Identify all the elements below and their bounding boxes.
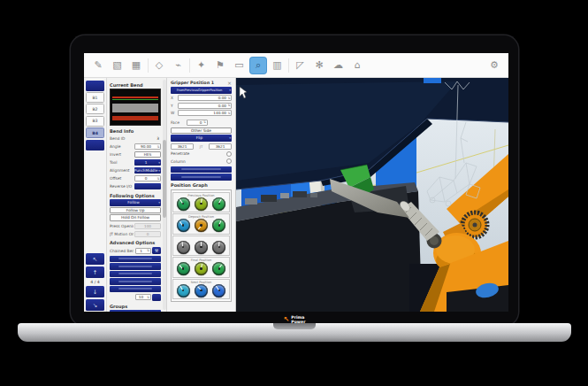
chained-bends-label: Chained Bends	[110, 249, 134, 253]
beam-gap	[424, 78, 441, 83]
next-bend-button[interactable]: ↓	[86, 286, 104, 297]
gripper-action-button-2[interactable]	[171, 174, 232, 181]
pen-icon[interactable]: ✎	[90, 58, 106, 73]
bend-panel: Current Bend Bend Info Bend ID 3 Angle 9…	[107, 78, 167, 312]
invert-button[interactable]: HES	[134, 151, 161, 158]
jt-right-field[interactable]: 3621	[209, 143, 232, 150]
gripper-source-select[interactable]: FromPreviousGripperPosition	[171, 87, 232, 94]
die-marker	[112, 104, 159, 112]
advanced-action-button-1[interactable]	[110, 256, 161, 263]
gripper-position-panel: Gripper Position 1 × FromPreviousGripper…	[167, 78, 236, 312]
advanced-spinner-button[interactable]	[152, 294, 161, 301]
app-window: ✎ ▧ ▦ ◇ ⌁ ✦ ⚑ ▭ ⌕ ▥ ◸ ✻ ☁ ⌂ ⚙	[84, 53, 508, 312]
laptop-shadow	[49, 341, 540, 355]
gauge	[195, 262, 208, 275]
advanced-spinner[interactable]: 10	[135, 294, 151, 300]
home-icon[interactable]: ⌂	[349, 58, 365, 73]
content-area: B1 B2 B3 B4 ↖ ↑ 4 / 4 ↓ ↘ Current Bend	[84, 78, 508, 312]
bend-info-title: Bend Info	[110, 128, 161, 134]
film-icon[interactable]: ▥	[270, 58, 286, 73]
position-graph: Previous Position Deposit Position	[171, 189, 232, 303]
gauge	[195, 197, 208, 211]
chained-bends-spinner[interactable]: 1	[135, 248, 151, 254]
toolbar-separator	[148, 58, 149, 73]
field-label: Press Opening	[110, 224, 134, 228]
field-label: Bend ID	[110, 136, 134, 141]
axis-y-spinner[interactable]: 0.00	[178, 103, 233, 109]
cone-icon[interactable]: ◸	[293, 58, 309, 73]
die-base-marker	[112, 116, 159, 120]
screw-icon[interactable]: ⌁	[171, 58, 187, 73]
laptop-base-notch	[273, 323, 316, 329]
bend-strip-bottom-button[interactable]	[86, 140, 104, 151]
field-label: Angle	[110, 144, 134, 149]
previous-bend-button[interactable]: ↑	[86, 266, 104, 278]
viewport-3d[interactable]	[236, 78, 508, 312]
stage: ✎ ▧ ▦ ◇ ⌁ ✦ ⚑ ▭ ⌕ ▥ ◸ ✻ ☁ ⌂ ⚙	[0, 0, 588, 386]
toolbar-separator	[189, 58, 190, 73]
last-bend-button[interactable]: ↘	[86, 299, 104, 311]
laptop-bezel: ✎ ▧ ▦ ◇ ⌁ ✦ ⚑ ▭ ⌕ ▥ ◸ ✻ ☁ ⌂ ⚙	[71, 35, 518, 326]
alignment-select[interactable]: PunchMiddle	[134, 167, 161, 174]
bend-item-b4-selected[interactable]: B4	[86, 127, 104, 138]
group-button-1[interactable]	[110, 310, 161, 312]
offset-spinner[interactable]: 0	[134, 175, 161, 181]
following-options-title: Following Options	[110, 193, 161, 198]
part-icon[interactable]: ◇	[151, 58, 167, 73]
jt-left-spinner[interactable]: 3621	[171, 143, 194, 150]
graph-row-final: Final Position	[172, 257, 230, 278]
advanced-action-button-5[interactable]	[110, 286, 161, 293]
wand-icon[interactable]: ✦	[194, 58, 210, 73]
column-label: Column	[171, 159, 226, 164]
field-label: Invert	[110, 152, 134, 157]
first-bend-button[interactable]: ↖	[86, 253, 104, 265]
punch-marker	[112, 96, 158, 98]
bend-item-b3[interactable]: B3	[86, 116, 104, 127]
star-icon[interactable]: ✻	[311, 58, 327, 73]
box-icon[interactable]: ▧	[110, 58, 126, 73]
angle-spinner[interactable]: 90.00	[134, 143, 161, 150]
viewport-scene	[236, 78, 508, 312]
other-side-button[interactable]: Other Side	[171, 127, 232, 135]
capsule-icon[interactable]: ▭	[232, 58, 248, 73]
column-radio[interactable]	[226, 158, 232, 164]
face-spinner[interactable]: 0	[187, 120, 208, 126]
main-toolbar: ✎ ▧ ▦ ◇ ⌁ ✦ ⚑ ▭ ⌕ ▥ ◸ ✻ ☁ ⌂ ⚙	[84, 53, 508, 78]
groups-title: Groups	[110, 304, 161, 309]
settings-gear-icon[interactable]: ⚙	[486, 58, 502, 73]
zoom-icon[interactable]: ⌕	[250, 58, 266, 73]
bend-item-b1[interactable]: B1	[86, 92, 104, 103]
axis-x-spinner[interactable]: 0.00	[178, 95, 233, 101]
graph-row-previous: Previous Position	[172, 192, 230, 213]
scrollbar-thumb[interactable]	[163, 140, 166, 218]
field-label: Offset	[110, 176, 134, 181]
flip-select[interactable]: Flip	[171, 135, 232, 142]
follow-up-button[interactable]: Follow Up	[110, 207, 161, 214]
close-icon[interactable]: ×	[227, 81, 232, 86]
gauge	[212, 284, 225, 297]
pin-icon[interactable]: ⚑	[212, 58, 228, 73]
advanced-action-button-3[interactable]	[110, 271, 161, 278]
hold-on-follow-button[interactable]: Hold On Follow	[110, 214, 161, 221]
advanced-action-button-2[interactable]	[110, 263, 161, 270]
graph-row-deposit: Deposit Position	[172, 213, 230, 235]
advanced-action-button-4[interactable]	[110, 278, 161, 285]
reverse-io-button[interactable]	[134, 183, 161, 189]
gauge	[177, 284, 190, 297]
axis-x-label: X	[171, 96, 176, 100]
bend-strip-top-button[interactable]	[86, 81, 104, 91]
save-icon[interactable]: ▦	[128, 58, 144, 73]
penetrate-label: Penetrate	[171, 151, 226, 156]
chained-bends-icon-button[interactable]: ⚒	[152, 247, 161, 254]
face-label: Face	[171, 120, 185, 125]
tool-select[interactable]: 1	[134, 159, 161, 166]
brain-icon[interactable]: ☁	[331, 58, 347, 73]
axis-w-spinner[interactable]: 140.00	[178, 110, 233, 116]
follow-mode-select[interactable]: Follow	[110, 199, 161, 206]
gripper-action-button-1[interactable]	[171, 166, 232, 174]
bend-item-b2[interactable]: B2	[86, 104, 104, 114]
gauge	[195, 219, 208, 232]
gauge	[212, 262, 225, 275]
left-panel-scrollbar[interactable]	[163, 80, 166, 310]
penetrate-radio[interactable]	[226, 151, 232, 157]
